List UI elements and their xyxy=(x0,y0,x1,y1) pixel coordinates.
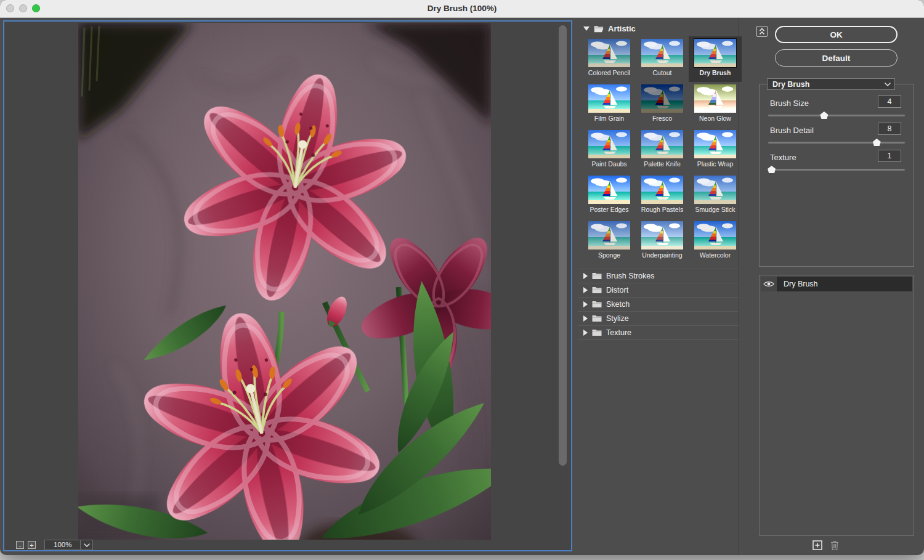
filter-thumbnail-grid: Colored Pencil Cutout Dry Brush Film Gra… xyxy=(578,36,739,264)
filter-thumbnail xyxy=(588,39,630,67)
filter-options-group: Brush Size 4 Brush Detail 8 Texture 1 xyxy=(759,84,914,267)
close-button[interactable] xyxy=(6,4,14,12)
disclosure-closed-icon xyxy=(583,287,588,293)
preview-vertical-scrollbar[interactable] xyxy=(559,25,567,466)
brush-detail-label: Brush Detail xyxy=(770,126,814,135)
filter-thumbnail xyxy=(641,84,683,113)
filter-thumbnail xyxy=(694,176,736,204)
disclosure-closed-icon xyxy=(583,301,588,307)
filter-thumb-underpainting[interactable]: Underpainting xyxy=(636,219,689,264)
ok-button[interactable]: OK xyxy=(775,26,898,43)
category-brush-strokes[interactable]: Brush Strokes xyxy=(578,269,739,283)
category-stylize[interactable]: Stylize xyxy=(578,311,739,325)
category-label: Distort xyxy=(606,286,628,294)
filter-thumb-label: Fresco xyxy=(636,115,689,122)
filter-thumb-poster-edges[interactable]: Poster Edges xyxy=(583,173,636,219)
folder-icon xyxy=(592,272,602,280)
double-chevron-up-icon xyxy=(759,28,765,35)
filter-thumb-sponge[interactable]: Sponge xyxy=(583,219,636,264)
brush-size-slider-thumb[interactable] xyxy=(820,112,828,119)
filter-category-panel: Artistic Colored Pencil Cutout Dry Brush xyxy=(578,18,739,555)
zoom-level-value: 100% xyxy=(45,540,80,550)
default-button[interactable]: Default xyxy=(775,49,898,67)
filter-thumb-cutout[interactable]: Cutout xyxy=(636,36,689,82)
zoom-level-select[interactable]: 100% xyxy=(44,540,93,550)
traffic-lights xyxy=(6,4,40,12)
category-artistic-header[interactable]: Artistic xyxy=(578,18,739,36)
layer-visibility-toggle[interactable] xyxy=(761,277,777,291)
texture-slider-thumb[interactable] xyxy=(768,166,776,173)
category-sketch[interactable]: Sketch xyxy=(578,297,739,311)
filter-thumbnail xyxy=(588,130,630,158)
filter-thumbnail xyxy=(641,39,683,67)
texture-slider[interactable] xyxy=(768,169,905,171)
preview-image xyxy=(78,23,491,542)
filter-thumbnail xyxy=(588,84,630,113)
folder-icon xyxy=(592,315,602,322)
brush-size-slider[interactable] xyxy=(768,115,905,116)
filter-thumb-plastic-wrap[interactable]: Plastic Wrap xyxy=(689,128,742,173)
filter-thumb-colored-pencil[interactable]: Colored Pencil xyxy=(583,36,636,82)
filter-thumb-label: Smudge Stick xyxy=(689,206,742,213)
category-texture[interactable]: Texture xyxy=(578,325,739,339)
zoom-out-button[interactable]: - xyxy=(16,541,24,549)
filter-thumb-neon-glow[interactable]: Neon Glow xyxy=(689,82,742,128)
folder-open-icon xyxy=(594,25,604,33)
brush-size-value[interactable]: 4 xyxy=(878,95,901,108)
zoom-in-button[interactable]: + xyxy=(28,541,36,549)
category-label: Stylize xyxy=(606,314,629,323)
filter-thumb-paint-daubs[interactable]: Paint Daubs xyxy=(583,128,636,173)
trash-icon xyxy=(830,540,839,551)
brush-detail-slider-thumb[interactable] xyxy=(873,139,881,146)
filter-thumb-label: Cutout xyxy=(636,69,689,76)
chevron-down-icon xyxy=(80,540,92,550)
filter-thumb-fresco[interactable]: Fresco xyxy=(636,82,689,128)
delete-effect-layer-button[interactable] xyxy=(830,540,839,551)
effect-layer-row[interactable]: Dry Brush xyxy=(761,277,912,291)
folder-icon xyxy=(592,329,602,336)
preview-canvas[interactable] xyxy=(78,23,491,542)
category-label: Brush Strokes xyxy=(606,272,655,280)
effect-layer-name[interactable]: Dry Brush xyxy=(777,277,912,291)
filter-thumb-label: Sponge xyxy=(583,251,636,259)
brush-detail-value[interactable]: 8 xyxy=(878,123,901,135)
filter-select-value: Dry Brush xyxy=(768,80,885,89)
filter-gallery-dialog: Dry Brush (100%) xyxy=(0,0,924,555)
filter-thumb-label: Plastic Wrap xyxy=(689,160,742,168)
filter-thumb-rough-pastels[interactable]: Rough Pastels xyxy=(636,173,689,219)
disclosure-closed-icon xyxy=(583,315,588,322)
category-label: Artistic xyxy=(608,24,636,33)
filter-thumb-label: Rough Pastels xyxy=(636,206,689,213)
zoom-button[interactable] xyxy=(32,4,40,12)
category-distort[interactable]: Distort xyxy=(578,283,739,297)
brush-size-label: Brush Size xyxy=(770,99,809,108)
new-effect-layer-button[interactable] xyxy=(813,540,822,551)
collapse-panel-button[interactable] xyxy=(756,26,768,37)
texture-value[interactable]: 1 xyxy=(878,150,901,162)
scrollbar-thumb[interactable] xyxy=(559,25,567,466)
collapsed-category-list: Brush Strokes Distort Sketch Stylize xyxy=(578,269,739,340)
filter-thumb-palette-knife[interactable]: Palette Knife xyxy=(636,128,689,173)
filter-thumb-label: Watercolor xyxy=(689,251,742,259)
window-title: Dry Brush (100%) xyxy=(0,0,924,17)
effect-layers-panel: Dry Brush xyxy=(759,275,914,536)
filter-thumb-watercolor[interactable]: Watercolor xyxy=(689,219,742,264)
filter-select-dropdown[interactable]: Dry Brush xyxy=(767,78,895,90)
category-label: Sketch xyxy=(606,300,630,309)
filter-thumb-label: Dry Brush xyxy=(689,69,742,76)
filter-thumb-smudge-stick[interactable]: Smudge Stick xyxy=(689,173,742,219)
filter-thumb-label: Poster Edges xyxy=(583,206,636,213)
filter-thumb-film-grain[interactable]: Film Grain xyxy=(583,82,636,128)
filter-thumb-dry-brush[interactable]: Dry Brush xyxy=(689,36,742,82)
chevron-down-icon xyxy=(885,83,891,86)
minimize-button[interactable] xyxy=(19,4,27,12)
settings-panel: OK Default Dry Brush Brush Size 4 Brush … xyxy=(744,18,924,555)
filter-thumb-label: Colored Pencil xyxy=(583,69,636,76)
folder-icon xyxy=(592,301,602,308)
filter-thumb-label: Film Grain xyxy=(583,115,636,122)
disclosure-open-icon xyxy=(583,26,590,31)
filter-thumbnail xyxy=(588,221,630,250)
brush-detail-slider[interactable] xyxy=(768,142,905,144)
filter-thumb-label: Neon Glow xyxy=(689,115,742,122)
filter-thumb-label: Paint Daubs xyxy=(583,160,636,168)
